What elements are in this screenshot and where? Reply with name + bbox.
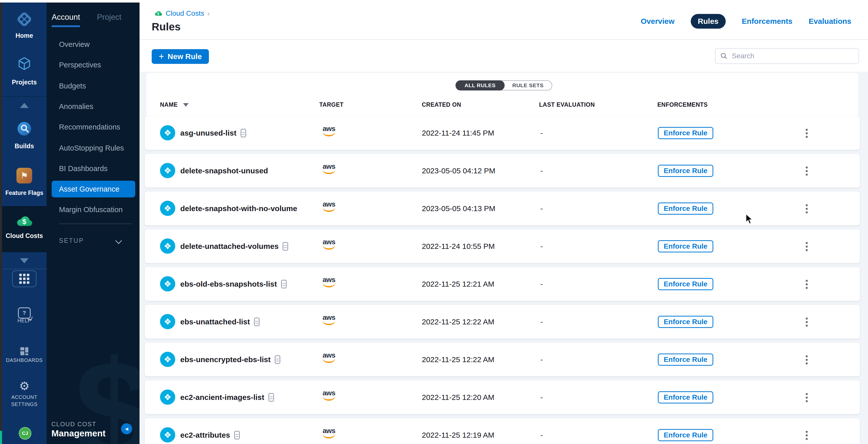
table-row[interactable]: ❖ asg-unused-list aws 2022-11-24 11:45 P… — [145, 116, 860, 150]
rule-name[interactable]: delete-unattached-volumes — [180, 242, 279, 250]
search-input[interactable] — [731, 52, 854, 60]
sidebar-item-perspectives[interactable]: Perspectives — [59, 57, 101, 73]
enforce-rule-button[interactable]: Enforce Rule — [658, 278, 713, 290]
created-on: 2023-05-05 04:12 PM — [422, 154, 495, 187]
sidebar-item-anomalies[interactable]: Anomalies — [59, 98, 93, 115]
rule-icon: ❖ — [160, 163, 175, 178]
kebab-menu-icon[interactable] — [803, 128, 810, 139]
kebab-menu-icon[interactable] — [803, 241, 810, 252]
module-picker-icon[interactable] — [12, 270, 36, 287]
table-row[interactable]: ❖ delete-snapshot-unused aws 2023-05-05 … — [145, 154, 860, 187]
projects-icon[interactable] — [2, 56, 46, 72]
enforce-rule-button[interactable]: Enforce Rule — [658, 165, 713, 177]
rule-name[interactable]: ebs-unattached-list — [180, 318, 250, 326]
enforce-rule-button[interactable]: Enforce Rule — [658, 203, 713, 215]
gear-icon[interactable]: ⚙ — [2, 380, 46, 392]
collapse-sidebar-button[interactable]: ◀ — [121, 423, 132, 434]
screen-edge — [0, 0, 2, 444]
column-header-name[interactable]: NAME — [160, 101, 178, 108]
rule-name[interactable]: delete-snapshot-with-no-volume — [180, 204, 297, 213]
sidebar-item-home[interactable]: Home — [2, 32, 46, 39]
enforce-rule-button[interactable]: Enforce Rule — [658, 429, 713, 441]
help-icon[interactable]: ? — [2, 307, 46, 319]
table-row[interactable]: ❖ ebs-unattached-list aws 2022-11-25 12:… — [145, 305, 860, 338]
rule-name[interactable]: ec2-attributes — [180, 431, 230, 439]
breadcrumb: $ Cloud Costs › — [154, 9, 210, 18]
enforce-rule-button[interactable]: Enforce Rule — [658, 354, 713, 366]
rule-icon: ❖ — [160, 314, 175, 329]
tab-project[interactable]: Project — [97, 13, 121, 22]
sidebar-item-dashboards[interactable]: DASHBOARDS — [2, 357, 46, 363]
cloud-costs-breadcrumb-icon: $ — [154, 9, 162, 18]
rules-top-nav: Overview Rules Enforcements Evaluations — [641, 13, 851, 29]
kebab-menu-icon[interactable] — [803, 317, 810, 328]
enforce-rule-button[interactable]: Enforce Rule — [658, 391, 713, 404]
sidebar-item-cloud-costs[interactable]: Cloud Costs — [2, 232, 46, 239]
enforce-rule-button[interactable]: Enforce Rule — [658, 127, 713, 139]
sidebar-item-budgets[interactable]: Budgets — [59, 78, 86, 94]
new-rule-button[interactable]: + New Rule — [152, 49, 209, 64]
tab-account[interactable]: Account — [52, 13, 80, 22]
created-on: 2022-11-24 10:55 PM — [422, 229, 495, 263]
kebab-menu-icon[interactable] — [803, 166, 810, 177]
scroll-down-icon[interactable] — [2, 258, 46, 263]
last-evaluation: - — [540, 154, 543, 187]
sidebar-item-feature-flags[interactable]: Feature Flags — [2, 189, 46, 197]
dashboards-icon[interactable] — [2, 346, 46, 358]
toggle-rule-sets[interactable]: RULE SETS — [504, 81, 552, 90]
rule-name[interactable]: ec2-ancient-images-list — [180, 393, 265, 402]
rule-name[interactable]: delete-snapshot-unused — [180, 167, 268, 175]
tab-overview[interactable]: Overview — [641, 17, 674, 26]
table-row[interactable]: ❖ ebs-unencrypted-ebs-list aws 2022-11-2… — [145, 343, 860, 376]
kebab-menu-icon[interactable] — [803, 354, 810, 365]
feature-flags-icon[interactable]: ⚑ — [2, 168, 46, 183]
sidebar-item-autostopping-rules[interactable]: AutoStopping Rules — [59, 140, 124, 156]
kebab-menu-icon[interactable] — [803, 430, 810, 441]
enforce-rule-button[interactable]: Enforce Rule — [658, 316, 713, 328]
sidebar-item-account-settings-line2[interactable]: SETTINGS — [2, 402, 46, 407]
tab-rules[interactable]: Rules — [691, 14, 726, 29]
kebab-menu-icon[interactable] — [803, 203, 810, 214]
harness-logo-icon[interactable] — [2, 10, 46, 29]
plus-icon: + — [159, 52, 164, 61]
builds-icon[interactable] — [2, 121, 46, 138]
note-icon — [269, 393, 274, 402]
created-on: 2022-11-25 12:19 AM — [422, 418, 494, 444]
rule-name[interactable]: ebs-old-ebs-snapshots-list — [180, 280, 277, 288]
sidebar-item-margin-obfuscation[interactable]: Margin Obfuscation — [59, 201, 123, 218]
tab-evaluations[interactable]: Evaluations — [809, 17, 851, 26]
table-row[interactable]: ❖ ebs-old-ebs-snapshots-list aws 2022-11… — [145, 267, 860, 301]
rule-name[interactable]: ebs-unencrypted-ebs-list — [180, 355, 271, 364]
tab-enforcements[interactable]: Enforcements — [742, 17, 793, 26]
sidebar-item-overview[interactable]: Overview — [59, 36, 90, 53]
chevron-down-icon[interactable] — [115, 237, 122, 244]
cloud-costs-icon[interactable]: $ — [2, 212, 46, 231]
kebab-menu-icon[interactable] — [803, 279, 810, 290]
column-header-target: TARGET — [319, 101, 344, 108]
sidebar-item-bi-dashboards[interactable]: BI Dashboards — [59, 160, 107, 177]
table-row[interactable]: ❖ delete-unattached-volumes aws 2022-11-… — [145, 229, 860, 263]
sidebar-item-asset-governance[interactable]: Asset Governance — [59, 181, 120, 198]
sidebar-item-recommendations[interactable]: Recommendations — [59, 119, 120, 135]
breadcrumb-link-cloud-costs[interactable]: Cloud Costs — [165, 9, 204, 18]
chevron-right-icon: › — [207, 9, 210, 18]
table-row[interactable]: ❖ ec2-attributes aws 2022-11-25 12:19 AM… — [145, 418, 860, 444]
table-row[interactable]: ❖ delete-snapshot-with-no-volume aws 202… — [145, 191, 860, 225]
sidebar-item-account-settings[interactable]: ACCOUNT — [2, 394, 46, 400]
avatar[interactable]: CJ — [19, 427, 31, 440]
enforce-rule-button[interactable]: Enforce Rule — [658, 240, 713, 253]
sidebar-item-help[interactable]: HELP — [2, 318, 46, 324]
toggle-all-rules[interactable]: ALL RULES — [455, 80, 505, 90]
note-icon — [281, 280, 287, 288]
divider — [2, 269, 46, 269]
sidebar-item-builds[interactable]: Builds — [2, 142, 46, 150]
created-on: 2023-05-05 04:13 PM — [422, 191, 495, 225]
sidebar-item-projects[interactable]: Projects — [2, 79, 46, 86]
setup-section-label[interactable]: SETUP — [59, 236, 84, 245]
scroll-up-icon[interactable] — [2, 103, 46, 108]
last-evaluation: - — [540, 305, 543, 338]
table-row[interactable]: ❖ ec2-ancient-images-list aws 2022-11-25… — [145, 380, 860, 414]
kebab-menu-icon[interactable] — [803, 392, 810, 403]
sort-descending-icon[interactable] — [183, 103, 189, 107]
rule-name[interactable]: asg-unused-list — [180, 129, 237, 137]
